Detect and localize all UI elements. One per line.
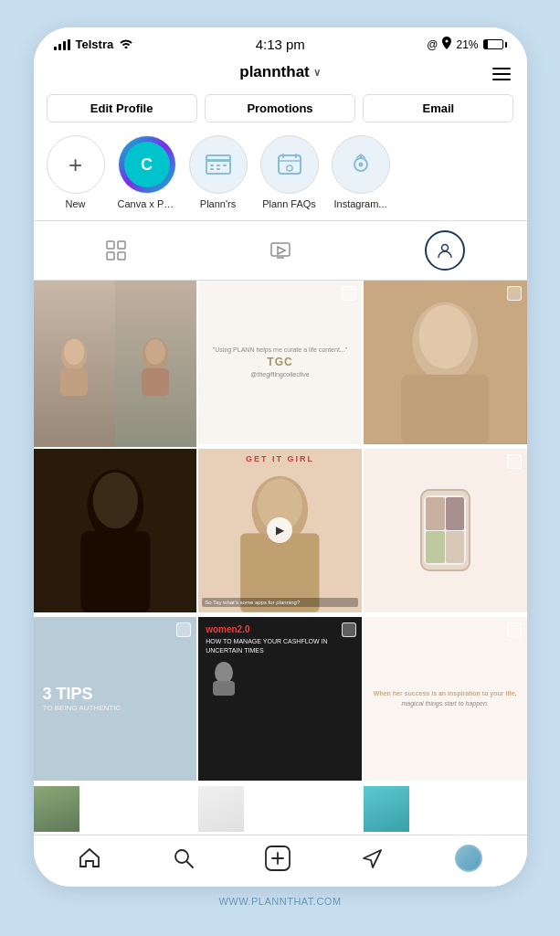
svg-rect-4 [223, 165, 227, 166]
grid-cell-quote[interactable]: When her success is an inspiration to yo… [364, 617, 527, 781]
story-instagram-circle[interactable] [332, 135, 390, 194]
svg-point-30 [418, 305, 471, 369]
promotions-button[interactable]: Promotions [205, 94, 355, 122]
home-button[interactable] [78, 846, 101, 870]
username-display[interactable]: plannthat ∨ [239, 63, 321, 81]
tgc-quote-text: "Using PLANN helps me curate a life cont… [213, 346, 347, 354]
svg-rect-35 [80, 532, 150, 612]
bottom-navigation [34, 835, 527, 887]
tab-igtv[interactable] [198, 221, 363, 280]
hamburger-line [492, 79, 511, 80]
at-icon: @ [427, 38, 438, 51]
carrier-label: Telstra [76, 37, 114, 51]
select-checkbox[interactable] [176, 622, 191, 637]
svg-rect-17 [107, 252, 114, 260]
select-checkbox[interactable] [507, 286, 522, 301]
grid-cell-getit[interactable]: GET IT GIRL ▶ So Tay what's some apps fo… [198, 449, 362, 612]
svg-rect-24 [60, 368, 88, 396]
svg-point-23 [64, 339, 84, 365]
content-tab-bar [34, 220, 527, 281]
select-checkbox[interactable] [507, 454, 522, 469]
phone-screen: Telstra 4:13 pm @ 21% [34, 27, 527, 887]
hamburger-menu-button[interactable] [492, 68, 511, 80]
app-header: plannthat ∨ [34, 58, 527, 90]
story-canva-circle[interactable]: C [118, 135, 176, 194]
story-item-faqs[interactable]: Plann FAQs [260, 135, 319, 209]
tab-grid[interactable] [34, 221, 198, 280]
svg-rect-2 [210, 165, 214, 166]
story-label-plannrs: Plann'rs [200, 198, 236, 209]
tips-subtitle: TO BEING AUTHENTIC [43, 704, 122, 713]
svg-point-26 [145, 339, 165, 365]
website-footer: WWW.PLANNTHAT.COM [218, 887, 341, 912]
select-checkbox[interactable] [342, 622, 356, 637]
chevron-down-icon: ∨ [313, 67, 321, 79]
story-item-plannrs[interactable]: Plann'rs [189, 135, 248, 209]
svg-rect-27 [142, 368, 169, 396]
grid-cell-tgc[interactable]: "Using PLANN helps me curate a life cont… [198, 281, 362, 444]
story-plannrs-circle[interactable] [189, 135, 248, 194]
svg-rect-3 [217, 165, 220, 166]
grid-cell-faces[interactable] [34, 281, 197, 447]
grid-cell-tips[interactable]: 3 TIPS TO BEING AUTHENTIC [34, 617, 197, 781]
get-it-girl-text: GET IT GIRL [246, 454, 314, 463]
svg-point-21 [441, 245, 448, 251]
women-brand: women2.0 [206, 624, 249, 634]
phone-frame: Telstra 4:13 pm @ 21% [0, 0, 560, 936]
select-checkbox[interactable] [342, 286, 356, 301]
image-grid: "Using PLANN helps me curate a life cont… [34, 281, 527, 835]
signal-bars-icon [54, 39, 70, 50]
story-label-canva: Canva x Pla... [118, 198, 176, 209]
svg-rect-41 [213, 681, 235, 696]
phone-mockup [420, 489, 470, 571]
grid-cell-phone[interactable] [364, 449, 527, 612]
svg-rect-18 [118, 252, 125, 260]
grid-cell-nature[interactable] [34, 786, 79, 832]
tgc-logo: TGC [267, 356, 292, 368]
email-button[interactable]: Email [363, 94, 513, 122]
svg-rect-31 [401, 375, 490, 444]
status-right: @ 21% [427, 37, 506, 52]
story-item-canva[interactable]: C Canva x Pla... [118, 135, 176, 209]
story-item-instagram[interactable]: Instagram... [332, 135, 390, 209]
svg-rect-8 [282, 154, 284, 158]
svg-rect-6 [217, 168, 220, 170]
face-right [115, 281, 196, 447]
select-checkbox[interactable] [507, 622, 522, 637]
tgc-handle: @thegiftingcollective [250, 370, 309, 378]
stories-row: + New C Canva x Pla... [34, 132, 527, 220]
story-add-circle[interactable]: + [47, 135, 105, 194]
svg-rect-19 [271, 243, 290, 256]
hamburger-line [492, 73, 511, 75]
grid-cell-partial2[interactable] [198, 786, 244, 832]
grid-cell-cyan[interactable] [364, 786, 409, 832]
send-button[interactable] [361, 846, 385, 870]
story-item-new[interactable]: + New [47, 135, 105, 209]
grid-cell-photo[interactable] [364, 281, 527, 444]
tagged-circle [425, 230, 465, 271]
story-faqs-circle[interactable] [260, 135, 319, 194]
play-button[interactable]: ▶ [267, 517, 292, 543]
svg-rect-1 [206, 159, 230, 162]
svg-rect-9 [295, 154, 297, 158]
quote-body: When her success is an inspiration to yo… [374, 689, 517, 708]
tab-tagged[interactable] [363, 221, 527, 280]
svg-point-34 [92, 473, 137, 529]
svg-point-40 [215, 662, 233, 684]
svg-point-11 [287, 165, 292, 171]
edit-profile-button[interactable]: Edit Profile [47, 94, 197, 122]
profile-avatar-button[interactable] [455, 845, 482, 872]
grid-cell-women[interactable]: women2.0 HOW TO MANAGE YOUR CASHFLOW IN … [198, 617, 362, 781]
add-button[interactable] [265, 846, 291, 871]
image-grid-container: "Using PLANN helps me curate a life cont… [34, 281, 527, 835]
tips-number: 3 TIPS [43, 685, 93, 704]
svg-rect-5 [210, 168, 214, 170]
svg-line-43 [186, 862, 193, 868]
grid-cell-dark-girl[interactable] [34, 449, 197, 612]
profile-action-buttons: Edit Profile Promotions Email [34, 90, 527, 132]
wifi-icon [119, 37, 133, 51]
women-subtitle: HOW TO MANAGE YOUR CASHFLOW IN UNCERTAIN… [206, 637, 354, 655]
search-button[interactable] [172, 846, 195, 870]
svg-rect-16 [118, 241, 125, 249]
svg-point-14 [358, 163, 363, 167]
